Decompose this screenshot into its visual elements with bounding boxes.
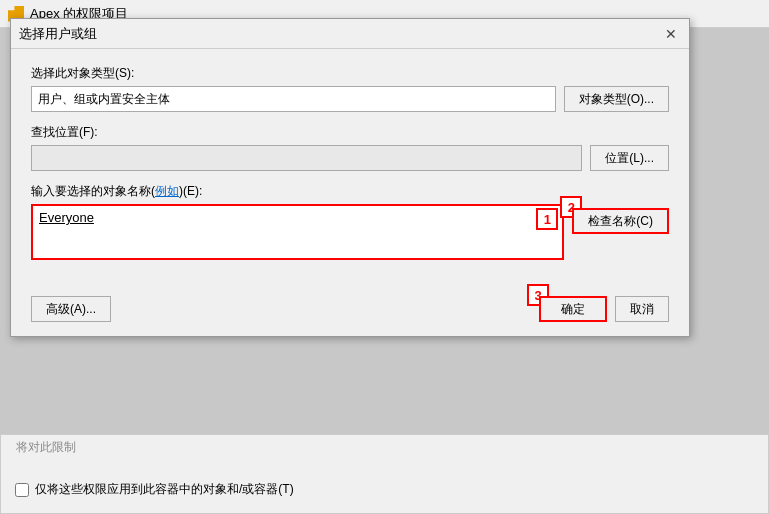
example-link[interactable]: 例如 — [155, 184, 179, 198]
object-type-input-row: 对象类型(O)... — [31, 86, 669, 112]
partial-text: 将对此限制 — [16, 439, 76, 456]
location-row: 查找位置(F): 位置(L)... — [31, 124, 669, 171]
ok-btn-wrapper: 3 确定 — [539, 296, 607, 322]
footer-left: 高级(A)... — [31, 296, 111, 322]
close-button[interactable]: ✕ — [661, 24, 681, 44]
name-input-box[interactable]: Everyone 1 — [31, 204, 564, 260]
background-panel: 将对此限制 — [0, 434, 769, 514]
location-input[interactable] — [31, 145, 582, 171]
object-type-label: 选择此对象类型(S): — [31, 65, 669, 82]
dialog-body: 选择此对象类型(S): 对象类型(O)... 查找位置(F): 位置(L)...… — [11, 49, 689, 288]
apply-checkbox-label: 仅将这些权限应用到此容器中的对象和/或容器(T) — [35, 481, 294, 498]
location-button[interactable]: 位置(L)... — [590, 145, 669, 171]
object-type-button[interactable]: 对象类型(O)... — [564, 86, 669, 112]
apply-checkbox[interactable] — [15, 483, 29, 497]
cancel-button[interactable]: 取消 — [615, 296, 669, 322]
object-name-form-row: 输入要选择的对象名称(例如)(E): Everyone 1 2 检查名称(C) — [31, 183, 669, 260]
location-label: 查找位置(F): — [31, 124, 669, 141]
location-input-row: 位置(L)... — [31, 145, 669, 171]
object-type-input[interactable] — [31, 86, 556, 112]
apply-checkbox-row[interactable]: 仅将这些权限应用到此容器中的对象和/或容器(T) — [15, 481, 294, 498]
annotation-badge-1: 1 — [536, 208, 558, 230]
partial-row-1: 将对此限制 — [1, 435, 768, 460]
advanced-button[interactable]: 高级(A)... — [31, 296, 111, 322]
footer-right: 3 确定 取消 — [539, 296, 669, 322]
name-input-text: Everyone — [39, 210, 94, 225]
check-name-btn-container: 2 检查名称(C) — [572, 208, 669, 234]
ok-button[interactable]: 确定 — [539, 296, 607, 322]
check-name-button[interactable]: 检查名称(C) — [572, 208, 669, 234]
dialog-title: 选择用户或组 — [19, 25, 97, 43]
object-type-row: 选择此对象类型(S): 对象类型(O)... — [31, 65, 669, 112]
object-name-area: Everyone 1 2 检查名称(C) — [31, 204, 669, 260]
dialog-footer: 高级(A)... 3 确定 取消 — [11, 288, 689, 336]
dialog-titlebar: 选择用户或组 ✕ — [11, 19, 689, 49]
select-user-dialog: 选择用户或组 ✕ 选择此对象类型(S): 对象类型(O)... 查找位置(F):… — [10, 18, 690, 337]
